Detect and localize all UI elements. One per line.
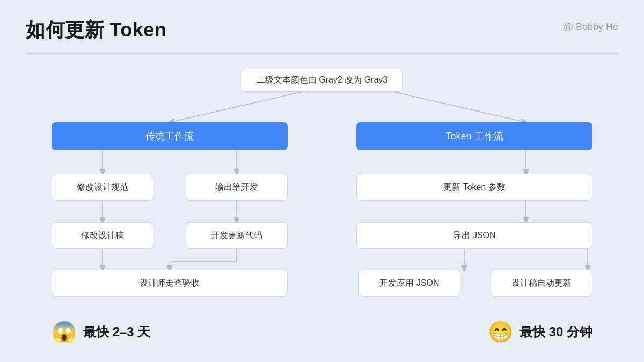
footer-left: 😱 最快 2–3 天 (52, 322, 150, 342)
right-header-box: Token 工作流 (356, 122, 592, 150)
box-output-dev: 输出给开发 (186, 174, 288, 201)
box-inspector: 设计师走查验收 (52, 270, 288, 297)
diagram-area: 二级文本颜色由 Gray2 改为 Gray3 传统工作流 Token 工作流 修… (26, 69, 618, 348)
page: 如何更新 Token @ Bobby He (0, 0, 644, 362)
box-modify-draft: 修改设计稿 (52, 222, 153, 249)
box-export-json: 导出 JSON (356, 222, 592, 249)
emoji-right: 😁 (488, 322, 513, 342)
box-apply-json: 开发应用 JSON (358, 270, 460, 297)
box-update-token: 更新 Token 参数 (356, 174, 592, 201)
box-update-code: 开发更新代码 (186, 222, 288, 249)
left-header-box: 传统工作流 (52, 122, 288, 150)
box-auto-update: 设计稿自动更新 (491, 270, 592, 297)
header: 如何更新 Token @ Bobby He (26, 17, 618, 43)
svg-line-0 (170, 91, 305, 122)
header-divider (26, 53, 618, 54)
connector-lines (26, 69, 618, 348)
footer-right-text: 最快 30 分钟 (519, 323, 592, 341)
svg-line-1 (391, 91, 526, 122)
page-title: 如何更新 Token (26, 17, 166, 43)
top-center-box: 二级文本颜色由 Gray2 改为 Gray3 (241, 69, 403, 92)
box-modify-spec: 修改设计规范 (52, 174, 153, 201)
author-label: @ Bobby He (564, 21, 618, 33)
footer-left-text: 最快 2–3 天 (83, 323, 150, 341)
emoji-left: 😱 (52, 322, 77, 342)
footer-right: 😁 最快 30 分钟 (488, 322, 592, 342)
